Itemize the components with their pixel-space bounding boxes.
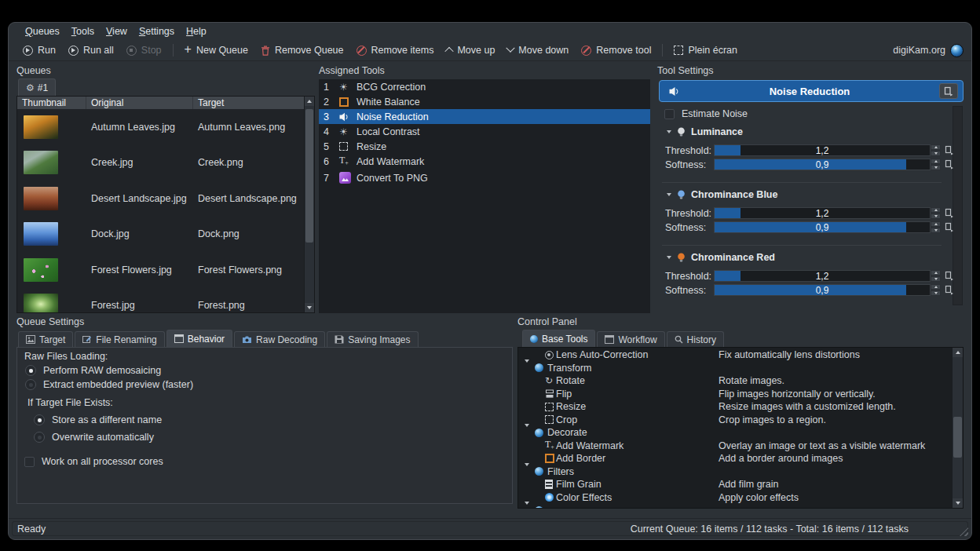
spinbox-arrows[interactable] bbox=[931, 270, 941, 282]
radio-button[interactable] bbox=[34, 414, 45, 425]
collapse-arrow-icon[interactable] bbox=[667, 256, 671, 259]
expander-icon[interactable] bbox=[525, 463, 529, 477]
queue-item-row[interactable]: Forest.jpg Forest.png bbox=[17, 288, 314, 314]
radio-perform-raw-demosaicing[interactable]: Perform RAW demosaicing bbox=[25, 365, 161, 376]
remove-items-button[interactable]: Remove items bbox=[350, 42, 441, 58]
remove-queue-button[interactable]: Remove Queue bbox=[254, 42, 350, 58]
tree-item-flip[interactable]: Flip Flip images horizontally or vertica… bbox=[518, 388, 952, 401]
queue-table-scrollbar[interactable] bbox=[304, 97, 314, 312]
tool-settings-menu-button[interactable] bbox=[939, 83, 958, 99]
chrominance-blue-threshold-slider[interactable]: 1,2 bbox=[714, 207, 931, 219]
chrominance-blue-softness-slider[interactable]: 0,9 bbox=[714, 221, 931, 233]
reset-value-icon[interactable] bbox=[945, 159, 954, 170]
work-on-all-cores-option[interactable]: Work on all processor cores bbox=[24, 456, 163, 467]
move-down-button[interactable]: Move down bbox=[501, 42, 575, 58]
spinbox-arrows[interactable] bbox=[931, 159, 941, 170]
tree-item-color-effects[interactable]: Color Effects Apply color effects bbox=[518, 491, 952, 505]
run-all-button[interactable]: Run all bbox=[62, 42, 120, 58]
tree-item-add-border[interactable]: Add Border Add a border around images bbox=[518, 452, 952, 465]
radio-button[interactable] bbox=[25, 379, 36, 390]
chrominance-red-softness-slider[interactable]: 0,9 bbox=[714, 284, 931, 296]
tab-target[interactable]: Target bbox=[18, 331, 73, 347]
assigned-tool-row-selected[interactable]: 3 Noise Reduction bbox=[319, 109, 650, 124]
chrominance-red-section-header[interactable]: Chrominance Red bbox=[667, 252, 775, 263]
all-cores-checkbox[interactable] bbox=[24, 457, 35, 467]
radio-store-different-name[interactable]: Store as a different name bbox=[34, 414, 162, 425]
luminance-threshold-slider[interactable]: 1,2 bbox=[714, 144, 931, 156]
luminance-section-header[interactable]: Luminance bbox=[667, 126, 743, 137]
move-up-button[interactable]: Move up bbox=[440, 42, 501, 58]
scroll-down-arrow[interactable] bbox=[305, 303, 314, 312]
scroll-up-arrow[interactable] bbox=[305, 97, 314, 106]
assigned-tool-row[interactable]: 4 Local Contrast bbox=[319, 124, 650, 139]
reset-value-icon[interactable] bbox=[945, 145, 954, 155]
tree-item-lens-auto-correction[interactable]: Lens Auto-Correction Fix automatically l… bbox=[518, 348, 952, 362]
menu-view[interactable]: View bbox=[106, 26, 127, 37]
assigned-tool-row[interactable]: 5 Resize bbox=[319, 139, 650, 154]
menu-queues[interactable]: Queues bbox=[25, 26, 60, 37]
queue-item-row[interactable]: Autumn Leaves.jpg Autumn Leaves.png bbox=[17, 109, 314, 145]
radio-button[interactable] bbox=[34, 432, 45, 443]
new-queue-button[interactable]: New Queue bbox=[178, 42, 254, 58]
tree-item-rotate[interactable]: Rotate Rotate images. bbox=[518, 374, 952, 388]
assigned-tool-row[interactable]: 7 Convert To PNG bbox=[319, 169, 650, 187]
expander-icon[interactable] bbox=[525, 359, 529, 374]
tab-raw-decoding[interactable]: Raw Decoding bbox=[234, 331, 325, 347]
estimate-noise-option[interactable]: Estimate Noise bbox=[664, 108, 748, 119]
queue-item-row[interactable]: Desert Landscape.jpg Desert Landscape.pn… bbox=[17, 181, 314, 217]
column-original[interactable]: Original bbox=[86, 97, 193, 109]
radio-extract-embedded-preview[interactable]: Extract embedded preview (faster) bbox=[25, 379, 193, 390]
stop-button[interactable]: Stop bbox=[120, 42, 168, 58]
column-target[interactable]: Target bbox=[193, 97, 314, 109]
queue-item-row[interactable]: Creek.jpg Creek.png bbox=[17, 145, 314, 181]
tab-history[interactable]: History bbox=[667, 331, 724, 347]
reset-value-icon[interactable] bbox=[945, 271, 954, 281]
spinbox-arrows[interactable] bbox=[931, 284, 941, 296]
assigned-tool-row[interactable]: 2 White Balance bbox=[319, 94, 650, 109]
tab-base-tools[interactable]: Base Tools bbox=[522, 330, 595, 347]
assigned-tool-row[interactable]: 6 T Add Watermark bbox=[319, 154, 650, 169]
reset-value-icon[interactable] bbox=[945, 285, 954, 295]
collapse-arrow-icon[interactable] bbox=[667, 130, 671, 133]
tree-group-partially-visible[interactable] bbox=[518, 504, 952, 509]
menu-tools[interactable]: Tools bbox=[71, 26, 94, 37]
remove-tool-button[interactable]: Remove tool bbox=[575, 42, 657, 58]
run-button[interactable]: Run bbox=[16, 42, 62, 58]
expander-icon[interactable] bbox=[525, 424, 529, 438]
queue-item-row[interactable]: Forest Flowers.jpg Forest Flowers.png bbox=[17, 252, 314, 288]
scroll-up-arrow[interactable] bbox=[953, 348, 963, 357]
radio-button[interactable] bbox=[25, 365, 36, 376]
tab-saving-images[interactable]: Saving Images bbox=[327, 331, 418, 347]
chrominance-blue-section-header[interactable]: Chrominance Blue bbox=[667, 189, 777, 200]
tree-group-decorate[interactable]: Decorate bbox=[518, 426, 952, 440]
estimate-noise-checkbox[interactable] bbox=[664, 109, 675, 119]
tab-behavior[interactable]: Behavior bbox=[166, 330, 232, 347]
control-panel-scrollbar[interactable] bbox=[952, 348, 963, 508]
luminance-softness-slider[interactable]: 0,9 bbox=[714, 159, 931, 170]
assigned-tool-row[interactable]: 1 BCG Correction bbox=[319, 79, 650, 94]
spinbox-arrows[interactable] bbox=[931, 221, 941, 233]
reset-value-icon[interactable] bbox=[945, 222, 954, 232]
tree-group-transform[interactable]: Transform bbox=[518, 362, 952, 375]
expander-icon[interactable] bbox=[525, 502, 529, 509]
scrollbar-thumb[interactable] bbox=[305, 109, 313, 243]
menu-settings[interactable]: Settings bbox=[139, 26, 174, 37]
collapse-arrow-icon[interactable] bbox=[667, 193, 671, 196]
tree-item-film-grain[interactable]: Film Grain Add film grain bbox=[518, 478, 952, 491]
spinbox-arrows[interactable] bbox=[931, 144, 941, 156]
scrollbar-thumb[interactable] bbox=[953, 417, 962, 458]
menu-help[interactable]: Help bbox=[186, 26, 207, 37]
tree-item-crop[interactable]: Crop Crop images to a region. bbox=[518, 414, 952, 427]
radio-overwrite-automatically[interactable]: Overwrite automatically bbox=[34, 432, 154, 443]
fullscreen-button[interactable]: Plein écran bbox=[667, 42, 744, 58]
tab-file-renaming[interactable]: File Renaming bbox=[75, 331, 164, 347]
reset-value-icon[interactable] bbox=[945, 208, 954, 218]
column-thumbnail[interactable]: Thumbnail bbox=[17, 97, 86, 109]
queue-item-row[interactable]: Dock.jpg Dock.png bbox=[17, 217, 314, 253]
tree-item-add-watermark[interactable]: T Add Watermark Overlay an image or text… bbox=[518, 440, 952, 453]
chrominance-red-threshold-slider[interactable]: 1,2 bbox=[714, 270, 931, 282]
spinbox-arrows[interactable] bbox=[931, 207, 941, 219]
tab-workflow[interactable]: Workflow bbox=[597, 331, 664, 347]
tree-group-filters[interactable]: Filters bbox=[518, 465, 952, 479]
tree-item-resize[interactable]: Resize Resize images with a customized l… bbox=[518, 400, 952, 414]
